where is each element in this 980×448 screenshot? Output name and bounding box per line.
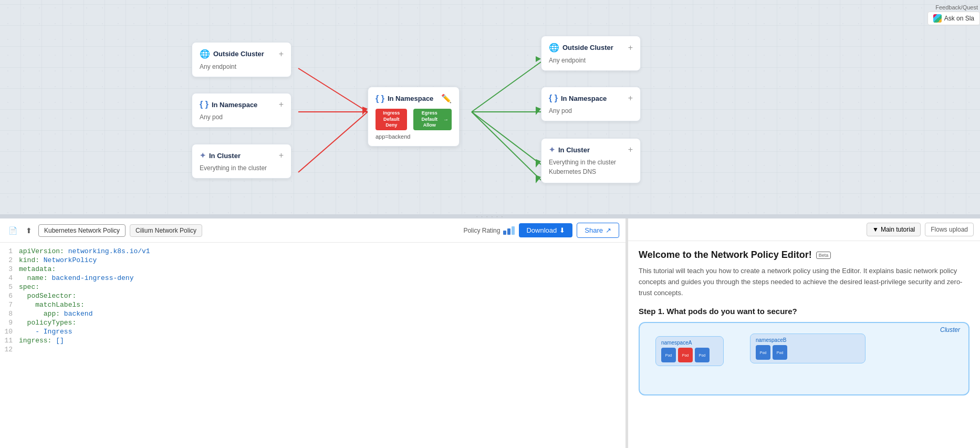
tutorial-description: This tutorial will teach you how to crea… bbox=[639, 266, 969, 298]
line-number: 12 bbox=[0, 346, 19, 353]
pod-label: Pod bbox=[682, 353, 689, 357]
node-body: Everything in the cluster bbox=[200, 164, 284, 172]
download-icon: ⬇ bbox=[559, 226, 565, 234]
svg-line-4 bbox=[472, 62, 541, 112]
edit-icon[interactable]: ✏️ bbox=[441, 93, 452, 103]
code-editor: 📄 ⬆ Kubernetes Network Policy Cilium Net… bbox=[0, 218, 626, 448]
line-number: 2 bbox=[0, 256, 19, 264]
cluster-icon: ✦ bbox=[549, 145, 555, 154]
node-body-1: Everything in the cluster bbox=[549, 159, 633, 166]
svg-marker-3 bbox=[362, 107, 368, 115]
code-line: 5spec: bbox=[0, 283, 625, 291]
editor-toolbar: 📄 ⬆ Kubernetes Network Policy Cilium Net… bbox=[0, 218, 625, 243]
upload-button[interactable]: ⬆ bbox=[24, 225, 34, 236]
line-content: - Ingress bbox=[19, 328, 72, 336]
add-button[interactable]: + bbox=[279, 100, 284, 109]
svg-marker-8 bbox=[536, 56, 541, 62]
line-number: 4 bbox=[0, 274, 19, 282]
namespace-icon: { } bbox=[200, 100, 208, 109]
line-number: 3 bbox=[0, 265, 19, 273]
canvas-divider: · · · · · · bbox=[0, 214, 980, 218]
code-content: 1apiVersion: networking.k8s.io/v12kind: … bbox=[0, 243, 625, 448]
slack-icon bbox=[933, 14, 942, 23]
node-header: { } In Namespace + bbox=[549, 93, 633, 103]
canvas-area: Feedback/Quest Ask on Sla bbox=[0, 0, 980, 214]
svg-line-7 bbox=[472, 112, 541, 180]
flows-upload-button[interactable]: Flows upload bbox=[925, 223, 974, 236]
line-number: 7 bbox=[0, 301, 19, 309]
line-number: 5 bbox=[0, 283, 19, 291]
feedback-section: Feedback/Quest Ask on Sla bbox=[927, 4, 980, 25]
code-line: 2kind: NetworkPolicy bbox=[0, 256, 625, 265]
namespace-b-box: namespaceB Pod Pod bbox=[750, 334, 866, 363]
namespace-b-label: namespaceB bbox=[756, 337, 860, 343]
download-button[interactable]: Download ⬇ bbox=[519, 223, 572, 237]
rating-bar-3 bbox=[512, 226, 515, 235]
main-tutorial-button[interactable]: ▼ Main tutorial bbox=[867, 223, 921, 236]
line-number: 10 bbox=[0, 328, 19, 336]
central-title: { } In Namespace bbox=[376, 94, 433, 103]
in-namespace-right-node[interactable]: { } In Namespace + Any pod bbox=[541, 87, 641, 121]
policy-rating: Policy Rating bbox=[463, 226, 515, 235]
node-title: 🌐 Outside Cluster bbox=[549, 43, 613, 53]
code-line: 9 policyTypes: bbox=[0, 318, 625, 327]
code-line: 6 podSelector: bbox=[0, 291, 625, 300]
svg-marker-9 bbox=[536, 107, 541, 115]
share-icon: ↗ bbox=[606, 226, 611, 234]
add-button[interactable]: + bbox=[279, 151, 284, 160]
add-button[interactable]: + bbox=[628, 93, 633, 103]
cluster-icon: ✦ bbox=[200, 151, 206, 160]
node-title: { } In Namespace bbox=[549, 93, 607, 103]
node-header: { } In Namespace + bbox=[200, 100, 284, 109]
svg-line-2 bbox=[298, 112, 368, 172]
add-button[interactable]: + bbox=[628, 145, 633, 154]
outside-cluster-right-node[interactable]: 🌐 Outside Cluster + Any endpoint bbox=[541, 36, 641, 71]
tutorial-content: Welcome to the Network Policy Editor! Be… bbox=[628, 241, 980, 448]
tutorial-title: Welcome to the Network Policy Editor! Be… bbox=[639, 249, 969, 261]
namespace-a-pods: Pod Pod Pod bbox=[661, 348, 718, 362]
node-header: ✦ In Cluster + bbox=[549, 145, 633, 154]
outside-cluster-left-node[interactable]: 🌐 Outside Cluster + Any endpoint bbox=[192, 42, 291, 77]
globe-icon: 🌐 bbox=[200, 49, 210, 59]
ask-slack-button[interactable]: Ask on Sla bbox=[927, 12, 980, 25]
central-node[interactable]: { } In Namespace ✏️ IngressDefault Deny … bbox=[368, 87, 460, 147]
pod-label: Pod bbox=[665, 353, 672, 357]
svg-line-0 bbox=[298, 68, 368, 112]
node-body: Any endpoint bbox=[549, 57, 633, 64]
svg-line-6 bbox=[472, 112, 541, 164]
in-namespace-left-node[interactable]: { } In Namespace + Any pod bbox=[192, 93, 291, 128]
add-button[interactable]: + bbox=[279, 49, 284, 59]
new-file-button[interactable]: 📄 bbox=[6, 225, 19, 236]
rating-bar-2 bbox=[507, 228, 510, 235]
in-cluster-left-node[interactable]: ✦ In Cluster + Everything in the cluster bbox=[192, 144, 291, 179]
in-cluster-right-node[interactable]: ✦ In Cluster + Everything in the cluster… bbox=[541, 138, 641, 183]
node-title: 🌐 Outside Cluster bbox=[200, 49, 264, 59]
line-content: metadata: bbox=[19, 265, 56, 273]
add-button[interactable]: + bbox=[628, 43, 633, 53]
bottom-panel: 📄 ⬆ Kubernetes Network Policy Cilium Net… bbox=[0, 218, 980, 448]
cilium-policy-tab[interactable]: Cilium Network Policy bbox=[130, 224, 202, 237]
node-body: Any endpoint bbox=[200, 63, 284, 70]
pod-icon-1: Pod bbox=[661, 348, 676, 362]
tutorial-toolbar: ▼ Main tutorial Flows upload bbox=[628, 218, 980, 241]
line-content: ingress: [] bbox=[19, 337, 64, 345]
node-body: Any pod bbox=[200, 113, 284, 121]
central-badges: IngressDefault Deny EgressDefault Allow … bbox=[376, 109, 452, 130]
code-line: 7 matchLabels: bbox=[0, 300, 625, 309]
node-title: ✦ In Cluster bbox=[549, 145, 590, 154]
chevron-down-icon: ▼ bbox=[872, 226, 879, 233]
share-button[interactable]: Share ↗ bbox=[577, 223, 619, 238]
line-content: kind: NetworkPolicy bbox=[19, 256, 97, 264]
tutorial-panel: ▼ Main tutorial Flows upload Welcome to … bbox=[628, 218, 980, 448]
globe-icon: 🌐 bbox=[549, 43, 559, 53]
node-title: ✦ In Cluster bbox=[200, 151, 241, 160]
node-header: 🌐 Outside Cluster + bbox=[549, 43, 633, 53]
code-line: 11ingress: [] bbox=[0, 336, 625, 345]
namespace-icon: { } bbox=[376, 94, 384, 103]
line-number: 11 bbox=[0, 337, 19, 345]
k8s-policy-tab[interactable]: Kubernetes Network Policy bbox=[38, 224, 126, 237]
cluster-label: Cluster bbox=[940, 326, 960, 334]
egress-allow-badge: EgressDefault Allow → bbox=[413, 109, 452, 130]
line-content: app: backend bbox=[19, 310, 92, 318]
code-line: 10 - Ingress bbox=[0, 327, 625, 336]
